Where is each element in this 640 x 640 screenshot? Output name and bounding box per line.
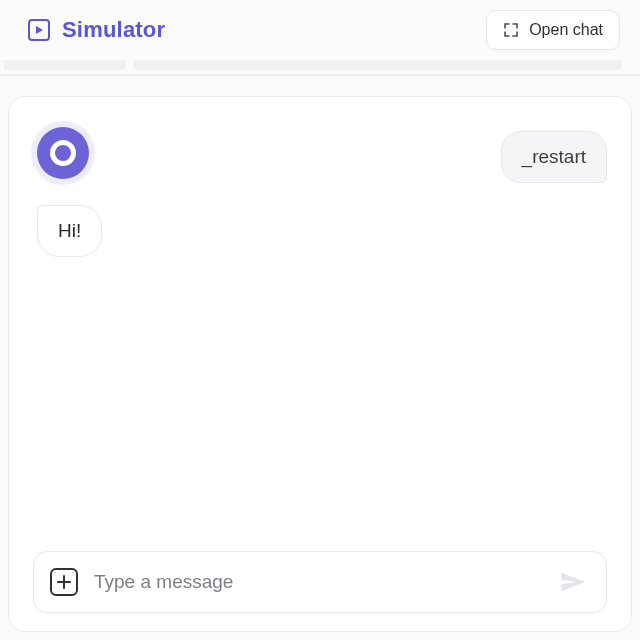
send-button[interactable] xyxy=(554,564,590,600)
avatar-ring-icon xyxy=(50,140,76,166)
bot-message-text: Hi! xyxy=(58,220,81,241)
chat-panel: _restart Hi! xyxy=(8,96,632,632)
composer xyxy=(33,551,607,613)
tab-strip xyxy=(4,60,636,70)
open-chat-button[interactable]: Open chat xyxy=(486,10,620,50)
send-icon xyxy=(558,568,586,596)
top-bar: Simulator Open chat xyxy=(0,0,640,60)
restart-label: _restart xyxy=(522,146,586,167)
page-title: Simulator xyxy=(62,17,165,43)
attach-button[interactable] xyxy=(50,568,78,596)
bot-avatar xyxy=(37,127,89,179)
chat-area: _restart Hi! xyxy=(33,125,607,543)
play-icon xyxy=(28,19,50,41)
message-input[interactable] xyxy=(94,571,538,593)
restart-button[interactable]: _restart xyxy=(501,131,607,183)
expand-icon xyxy=(503,22,519,38)
panel-wrap: _restart Hi! xyxy=(0,76,640,640)
open-chat-label: Open chat xyxy=(529,21,603,39)
plus-icon xyxy=(57,575,71,589)
bot-message: Hi! xyxy=(37,205,102,257)
brand: Simulator xyxy=(28,17,165,43)
simulator-app: Simulator Open chat xyxy=(0,0,640,640)
